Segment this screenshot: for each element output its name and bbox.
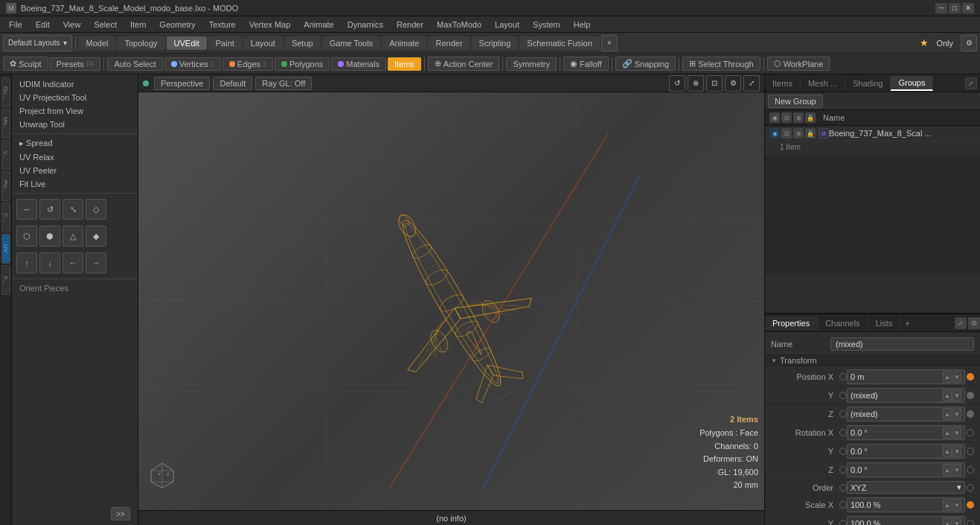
tri-icon[interactable]: △ <box>63 226 83 246</box>
tab-mesh[interactable]: Mesh ... <box>801 77 845 90</box>
items-button[interactable]: Items <box>388 57 421 71</box>
settings-icon[interactable]: ⚙ <box>961 35 977 51</box>
viewport-settings-icon[interactable]: ⚙ <box>725 75 741 92</box>
grid-icon[interactable]: ⬡ <box>16 226 37 246</box>
tool-unwrap[interactable]: Unwrap Tool <box>12 118 138 131</box>
minimize-button[interactable]: ─ <box>935 3 947 13</box>
sculpt-button[interactable]: ✿ Sculpt <box>3 57 48 71</box>
viewport-rotate-icon[interactable]: ↺ <box>669 75 685 92</box>
tab-render[interactable]: Render <box>428 36 470 50</box>
transform-section[interactable]: ▼ Transform <box>765 354 980 368</box>
tab-layout[interactable]: Layout <box>243 36 283 50</box>
scale-y-dot[interactable] <box>839 520 847 525</box>
tab-shading[interactable]: Shading <box>845 77 891 90</box>
tab-items[interactable]: Items <box>765 77 801 90</box>
order-dropdown[interactable]: XYZ ▾ <box>847 481 965 494</box>
rotation-x-dec[interactable]: ▼ <box>952 427 961 439</box>
strip-me-button[interactable]: Me... <box>1 109 10 139</box>
scale-x-dec[interactable]: ▼ <box>952 499 961 511</box>
menu-texture[interactable]: Texture <box>203 19 242 31</box>
tool-project-from-view[interactable]: Project from View <box>12 104 138 118</box>
order-dot[interactable] <box>839 484 847 491</box>
rotation-x-inc[interactable]: ▲ <box>943 427 952 439</box>
menu-edit[interactable]: Edit <box>30 19 56 31</box>
action-center-button[interactable]: ⊕ Action Center <box>428 57 500 71</box>
strip-c-button[interactable]: C... <box>1 203 10 232</box>
position-y-field[interactable]: (mixed) ▲ ▼ <box>847 388 965 403</box>
polygons-button[interactable]: Polygons <box>275 57 330 71</box>
perspective-mode-button[interactable]: Perspective <box>154 77 210 90</box>
rotation-z-inc[interactable]: ▲ <box>943 464 952 476</box>
materials-button[interactable]: Materials <box>331 57 386 71</box>
menu-maxtomode[interactable]: MaxToModo <box>431 19 487 31</box>
up-icon[interactable]: ↑ <box>16 252 37 273</box>
tool-orient-pieces[interactable]: Orient Pieces <box>12 281 138 295</box>
position-z-inc[interactable]: ▲ <box>943 408 952 420</box>
position-x-dot[interactable] <box>839 373 847 381</box>
position-z-field[interactable]: (mixed) ▲ ▼ <box>847 407 965 421</box>
scale-y-field[interactable]: 100.0 % ▲ ▼ <box>847 516 965 525</box>
props-settings-icon[interactable]: ⚙ <box>968 317 980 329</box>
tool-uv-peeler[interactable]: UV Peeler <box>12 164 138 177</box>
window-controls[interactable]: ─ □ ✕ <box>935 3 974 13</box>
tab-uvedit[interactable]: UVEdit <box>167 36 207 50</box>
falloff-button[interactable]: ◉ Falloff <box>563 57 609 71</box>
menu-layout[interactable]: Layout <box>489 19 525 31</box>
close-button[interactable]: ✕ <box>962 3 974 13</box>
tab-gametools[interactable]: Game Tools <box>322 36 381 50</box>
scale-x-dot[interactable] <box>839 501 847 509</box>
name-prop-input[interactable] <box>830 337 974 351</box>
position-z-dot[interactable] <box>839 410 847 418</box>
menu-dynamics[interactable]: Dynamics <box>342 19 389 31</box>
position-y-dec[interactable]: ▼ <box>952 389 961 401</box>
fill-icon[interactable]: ◆ <box>86 226 106 246</box>
scale-y-dec[interactable]: ▼ <box>952 518 961 525</box>
right-icon[interactable]: → <box>86 252 106 273</box>
menu-render[interactable]: Render <box>391 19 429 31</box>
layouts-dropdown[interactable]: Default Layouts ▾ <box>3 35 72 51</box>
vertices-button[interactable]: Vertices 1 <box>164 57 221 71</box>
menu-help[interactable]: Help <box>568 19 597 31</box>
rotation-x-dot[interactable] <box>839 429 847 436</box>
menu-vertexmap[interactable]: Vertex Map <box>243 19 297 31</box>
viewport[interactable]: Perspective Default Ray GL: Off ↺ ⊕ ⊡ ⚙ … <box>138 74 764 525</box>
position-x-dec[interactable]: ▼ <box>952 371 961 383</box>
rotation-z-field[interactable]: 0.0 ° ▲ ▼ <box>847 462 965 477</box>
table-row[interactable]: ◉ ⊡ ⊕ 🔒 M Boeing_737_Max_8_Scal ... <box>765 126 980 141</box>
tab-topology[interactable]: Topology <box>117 36 164 50</box>
tab-scripting[interactable]: Scripting <box>472 36 519 50</box>
rotation-x-field[interactable]: 0.0 ° ▲ ▼ <box>847 425 965 440</box>
props-expand-icon[interactable]: ⤢ <box>955 317 967 329</box>
rotation-y-dot[interactable] <box>839 448 847 455</box>
tab-model[interactable]: Model <box>79 36 116 50</box>
rotation-y-field[interactable]: 0.0 ° ▲ ▼ <box>847 444 965 459</box>
left-icon[interactable]: ← <box>63 252 83 273</box>
edges-button[interactable]: Edges 1 <box>222 57 273 71</box>
tab-properties[interactable]: Properties <box>765 316 818 330</box>
add-tab-button[interactable]: + <box>601 35 618 51</box>
tab-paint[interactable]: Paint <box>208 36 242 50</box>
menu-item[interactable]: Item <box>124 19 152 31</box>
new-group-button[interactable]: New Group <box>768 95 823 108</box>
viewport-expand-icon[interactable]: ⤢ <box>743 75 760 92</box>
symmetry-button[interactable]: Symmetry <box>506 57 557 71</box>
maximize-button[interactable]: □ <box>949 3 961 13</box>
strip-f-button[interactable]: F... <box>1 265 10 295</box>
add-tab-plus[interactable]: + <box>900 316 914 330</box>
shading-mode-button[interactable]: Default <box>213 77 252 90</box>
select-through-button[interactable]: ⊞ Select Through <box>682 57 760 71</box>
position-x-inc[interactable]: ▲ <box>943 371 952 383</box>
raygl-button[interactable]: Ray GL: Off <box>255 77 312 90</box>
right-expand-icon[interactable]: ⤢ <box>965 77 977 89</box>
tool-udim-indicator[interactable]: UDIM Indicator <box>12 77 138 91</box>
select-icon[interactable]: ◇ <box>86 199 106 220</box>
viewport-zoom-icon[interactable]: ⊕ <box>688 75 704 92</box>
menu-geometry[interactable]: Geometry <box>153 19 201 31</box>
tab-lists[interactable]: Lists <box>868 316 901 330</box>
tool-uv-projection[interactable]: UV Projection Tool <box>12 91 138 104</box>
scale-x-field[interactable]: 100.0 % ▲ ▼ <box>847 497 965 512</box>
tab-setup[interactable]: Setup <box>284 36 321 50</box>
position-y-dot[interactable] <box>839 392 847 399</box>
position-y-inc[interactable]: ▲ <box>943 389 952 401</box>
tab-channels[interactable]: Channels <box>818 316 868 330</box>
